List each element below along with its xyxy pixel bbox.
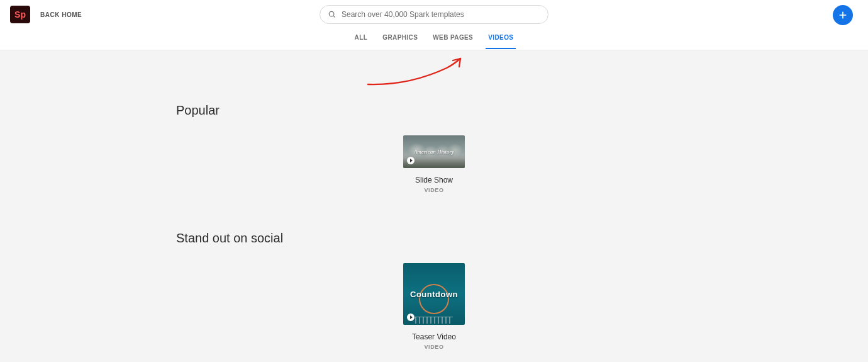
content-area: Popular American History Slide Show VIDE… xyxy=(0,50,868,350)
app-header: Sp BACK HOME ALL GRAPHICS WEB PAGES VIDE… xyxy=(0,0,868,50)
card-row: Countdown Teaser Video VIDEO xyxy=(176,263,692,350)
tab-videos[interactable]: VIDEOS xyxy=(488,34,513,46)
svg-point-0 xyxy=(329,11,334,16)
category-tabs: ALL GRAPHICS WEB PAGES VIDEOS xyxy=(0,29,868,50)
app-logo[interactable]: Sp xyxy=(10,6,30,23)
section-stand-out-on-social: Stand out on social Countdown Teaser Vid… xyxy=(176,193,692,350)
svg-line-1 xyxy=(333,16,335,18)
card-row: American History Slide Show VIDEO xyxy=(176,135,692,193)
section-popular: Popular American History Slide Show VIDE… xyxy=(176,50,692,193)
create-new-button[interactable] xyxy=(833,5,853,25)
template-card-teaser-video[interactable]: Countdown Teaser Video VIDEO xyxy=(403,263,465,350)
tab-all[interactable]: ALL xyxy=(355,34,368,46)
tab-graphics[interactable]: GRAPHICS xyxy=(382,34,418,46)
template-thumbnail: American History xyxy=(403,135,465,168)
header-top-row: Sp BACK HOME xyxy=(0,0,868,29)
search-wrap xyxy=(320,5,548,24)
back-home-link[interactable]: BACK HOME xyxy=(40,11,82,18)
template-type-label: VIDEO xyxy=(424,344,443,350)
template-title: Slide Show xyxy=(415,176,453,184)
search-input[interactable] xyxy=(342,10,540,19)
section-title: Stand out on social xyxy=(176,231,692,246)
search-box[interactable] xyxy=(320,5,548,24)
template-thumbnail: Countdown xyxy=(403,263,465,325)
template-type-label: VIDEO xyxy=(424,187,443,193)
play-icon xyxy=(407,314,415,321)
thumbnail-overlay-text: American History xyxy=(414,149,454,155)
section-title: Popular xyxy=(176,103,692,118)
plus-icon xyxy=(838,10,848,20)
template-card-slide-show[interactable]: American History Slide Show VIDEO xyxy=(403,135,465,193)
thumbnail-overlay-text: Countdown xyxy=(410,290,458,299)
tab-web-pages[interactable]: WEB PAGES xyxy=(433,34,473,46)
search-icon xyxy=(328,10,337,19)
play-icon xyxy=(407,157,415,164)
logo-text: Sp xyxy=(14,9,26,20)
template-title: Teaser Video xyxy=(412,332,456,341)
